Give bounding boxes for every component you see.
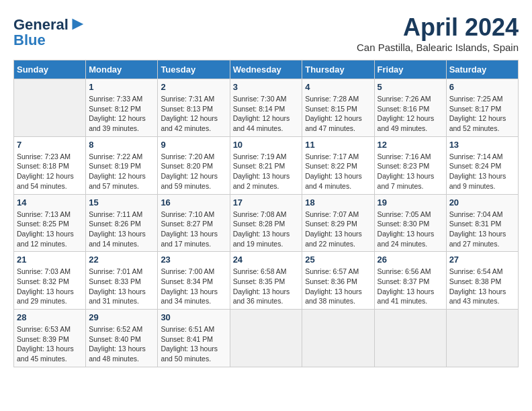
day-number: 27	[449, 255, 515, 265]
column-header-monday: Monday	[86, 60, 158, 79]
day-info: Sunrise: 7:04 AM Sunset: 8:31 PM Dayligh…	[449, 210, 515, 249]
day-info: Sunrise: 6:53 AM Sunset: 8:39 PM Dayligh…	[17, 324, 83, 364]
day-info: Sunrise: 7:22 AM Sunset: 8:19 PM Dayligh…	[89, 152, 154, 191]
day-info: Sunrise: 7:23 AM Sunset: 8:18 PM Dayligh…	[17, 152, 83, 191]
day-number: 14	[17, 197, 83, 208]
day-number: 19	[378, 197, 443, 208]
day-info: Sunrise: 7:05 AM Sunset: 8:30 PM Dayligh…	[378, 210, 443, 249]
calendar-cell: 22Sunrise: 7:01 AM Sunset: 8:33 PM Dayli…	[86, 252, 158, 310]
week-row-4: 21Sunrise: 7:03 AM Sunset: 8:32 PM Dayli…	[14, 252, 519, 310]
day-info: Sunrise: 6:52 AM Sunset: 8:40 PM Dayligh…	[89, 324, 154, 364]
calendar-cell: 9Sunrise: 7:20 AM Sunset: 8:20 PM Daylig…	[158, 136, 230, 194]
calendar-cell: 6Sunrise: 7:25 AM Sunset: 8:17 PM Daylig…	[446, 79, 518, 137]
day-info: Sunrise: 7:11 AM Sunset: 8:26 PM Dayligh…	[89, 210, 154, 249]
day-number: 12	[378, 140, 443, 150]
day-number: 22	[89, 255, 154, 265]
day-number: 30	[161, 312, 226, 322]
day-info: Sunrise: 7:25 AM Sunset: 8:17 PM Dayligh…	[449, 94, 515, 134]
column-header-sunday: Sunday	[14, 60, 86, 79]
week-row-2: 7Sunrise: 7:23 AM Sunset: 8:18 PM Daylig…	[14, 136, 519, 194]
day-info: Sunrise: 7:03 AM Sunset: 8:32 PM Dayligh…	[17, 267, 83, 306]
day-info: Sunrise: 7:10 AM Sunset: 8:27 PM Dayligh…	[161, 210, 226, 249]
logo: General► Blue	[13, 13, 87, 49]
day-number: 2	[161, 82, 226, 92]
month-title: April 2024	[357, 13, 519, 42]
column-header-tuesday: Tuesday	[158, 60, 230, 79]
calendar-cell: 3Sunrise: 7:30 AM Sunset: 8:14 PM Daylig…	[230, 79, 302, 137]
day-info: Sunrise: 7:13 AM Sunset: 8:25 PM Dayligh…	[17, 210, 83, 249]
day-number: 3	[233, 82, 300, 92]
calendar-cell: 23Sunrise: 7:00 AM Sunset: 8:34 PM Dayli…	[158, 252, 230, 310]
day-number: 5	[378, 82, 443, 92]
day-info: Sunrise: 7:16 AM Sunset: 8:23 PM Dayligh…	[378, 152, 443, 191]
day-info: Sunrise: 6:57 AM Sunset: 8:36 PM Dayligh…	[305, 267, 371, 306]
calendar-cell: 13Sunrise: 7:14 AM Sunset: 8:24 PM Dayli…	[446, 136, 518, 194]
day-info: Sunrise: 7:07 AM Sunset: 8:29 PM Dayligh…	[305, 210, 371, 249]
calendar-cell: 8Sunrise: 7:22 AM Sunset: 8:19 PM Daylig…	[86, 136, 158, 194]
title-block: April 2024 Can Pastilla, Balearic Island…	[357, 13, 519, 53]
calendar-cell: 11Sunrise: 7:17 AM Sunset: 8:22 PM Dayli…	[302, 136, 374, 194]
calendar-cell	[14, 79, 86, 137]
day-number: 20	[449, 197, 515, 208]
day-number: 9	[161, 140, 226, 150]
day-info: Sunrise: 7:26 AM Sunset: 8:16 PM Dayligh…	[378, 94, 443, 134]
day-info: Sunrise: 7:01 AM Sunset: 8:33 PM Dayligh…	[89, 267, 154, 306]
day-number: 18	[305, 197, 371, 208]
day-number: 7	[17, 140, 83, 150]
column-header-saturday: Saturday	[446, 60, 518, 79]
calendar-cell: 16Sunrise: 7:10 AM Sunset: 8:27 PM Dayli…	[158, 194, 230, 252]
calendar-table: SundayMondayTuesdayWednesdayThursdayFrid…	[13, 60, 519, 367]
day-info: Sunrise: 7:14 AM Sunset: 8:24 PM Dayligh…	[449, 152, 515, 191]
day-info: Sunrise: 7:30 AM Sunset: 8:14 PM Dayligh…	[233, 94, 300, 134]
day-info: Sunrise: 6:54 AM Sunset: 8:38 PM Dayligh…	[449, 267, 515, 306]
day-info: Sunrise: 6:58 AM Sunset: 8:35 PM Dayligh…	[233, 267, 300, 306]
day-number: 25	[305, 255, 371, 265]
day-number: 23	[161, 255, 226, 265]
calendar-cell: 28Sunrise: 6:53 AM Sunset: 8:39 PM Dayli…	[14, 310, 86, 367]
calendar-cell: 20Sunrise: 7:04 AM Sunset: 8:31 PM Dayli…	[446, 194, 518, 252]
calendar-cell: 18Sunrise: 7:07 AM Sunset: 8:29 PM Dayli…	[302, 194, 374, 252]
calendar-cell: 17Sunrise: 7:08 AM Sunset: 8:28 PM Dayli…	[230, 194, 302, 252]
calendar-cell	[302, 310, 374, 367]
page-header: General► Blue April 2024 Can Pastilla, B…	[13, 13, 519, 53]
day-info: Sunrise: 6:56 AM Sunset: 8:37 PM Dayligh…	[378, 267, 443, 306]
day-number: 21	[17, 255, 83, 265]
calendar-cell: 7Sunrise: 7:23 AM Sunset: 8:18 PM Daylig…	[14, 136, 86, 194]
calendar-cell: 25Sunrise: 6:57 AM Sunset: 8:36 PM Dayli…	[302, 252, 374, 310]
day-number: 4	[305, 82, 371, 92]
column-header-thursday: Thursday	[302, 60, 374, 79]
day-info: Sunrise: 7:20 AM Sunset: 8:20 PM Dayligh…	[161, 152, 226, 191]
calendar-cell: 12Sunrise: 7:16 AM Sunset: 8:23 PM Dayli…	[374, 136, 446, 194]
day-info: Sunrise: 7:00 AM Sunset: 8:34 PM Dayligh…	[161, 267, 226, 306]
day-number: 16	[161, 197, 226, 208]
day-info: Sunrise: 7:08 AM Sunset: 8:28 PM Dayligh…	[233, 210, 300, 249]
day-info: Sunrise: 7:17 AM Sunset: 8:22 PM Dayligh…	[305, 152, 371, 191]
calendar-cell	[446, 310, 518, 367]
calendar-cell: 5Sunrise: 7:26 AM Sunset: 8:16 PM Daylig…	[374, 79, 446, 137]
calendar-cell	[230, 310, 302, 367]
day-number: 1	[89, 82, 154, 92]
day-number: 13	[449, 140, 515, 150]
calendar-header-row: SundayMondayTuesdayWednesdayThursdayFrid…	[14, 60, 519, 79]
logo-blue: Blue	[13, 32, 46, 49]
week-row-5: 28Sunrise: 6:53 AM Sunset: 8:39 PM Dayli…	[14, 310, 519, 367]
day-number: 29	[89, 312, 154, 322]
calendar-cell: 15Sunrise: 7:11 AM Sunset: 8:26 PM Dayli…	[86, 194, 158, 252]
day-number: 26	[378, 255, 443, 265]
day-info: Sunrise: 6:51 AM Sunset: 8:41 PM Dayligh…	[161, 324, 226, 364]
day-number: 24	[233, 255, 300, 265]
calendar-cell: 10Sunrise: 7:19 AM Sunset: 8:21 PM Dayli…	[230, 136, 302, 194]
calendar-cell: 21Sunrise: 7:03 AM Sunset: 8:32 PM Dayli…	[14, 252, 86, 310]
calendar-cell	[374, 310, 446, 367]
day-number: 11	[305, 140, 371, 150]
day-info: Sunrise: 7:28 AM Sunset: 8:15 PM Dayligh…	[305, 94, 371, 134]
day-number: 8	[89, 140, 154, 150]
week-row-1: 1Sunrise: 7:33 AM Sunset: 8:12 PM Daylig…	[14, 79, 519, 137]
calendar-cell: 2Sunrise: 7:31 AM Sunset: 8:13 PM Daylig…	[158, 79, 230, 137]
calendar-cell: 24Sunrise: 6:58 AM Sunset: 8:35 PM Dayli…	[230, 252, 302, 310]
calendar-cell: 14Sunrise: 7:13 AM Sunset: 8:25 PM Dayli…	[14, 194, 86, 252]
day-info: Sunrise: 7:33 AM Sunset: 8:12 PM Dayligh…	[89, 94, 154, 134]
calendar-cell: 1Sunrise: 7:33 AM Sunset: 8:12 PM Daylig…	[86, 79, 158, 137]
calendar-cell: 19Sunrise: 7:05 AM Sunset: 8:30 PM Dayli…	[374, 194, 446, 252]
calendar-cell: 26Sunrise: 6:56 AM Sunset: 8:37 PM Dayli…	[374, 252, 446, 310]
